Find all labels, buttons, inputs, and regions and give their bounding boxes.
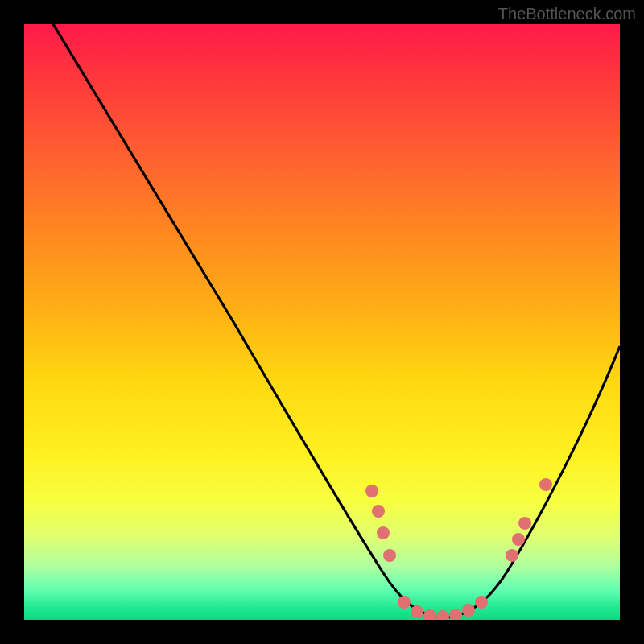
- bottleneck-curve: [48, 24, 620, 617]
- marker-dot: [423, 609, 436, 620]
- marker-group: [365, 478, 552, 620]
- chart-root: TheBottleneck.com: [0, 0, 644, 644]
- marker-dot: [539, 478, 552, 491]
- marker-dot: [449, 609, 462, 620]
- curve-layer: [24, 24, 620, 620]
- marker-dot: [372, 505, 385, 518]
- marker-dot: [518, 517, 531, 530]
- marker-dot: [506, 549, 518, 562]
- marker-dot: [365, 485, 378, 497]
- marker-dot: [512, 533, 525, 546]
- marker-dot: [383, 549, 396, 562]
- marker-dot: [377, 526, 390, 539]
- watermark-text: TheBottleneck.com: [498, 5, 636, 23]
- plot-area: [24, 24, 620, 620]
- marker-dot: [436, 610, 449, 620]
- marker-dot: [475, 596, 488, 609]
- marker-dot: [411, 605, 423, 618]
- marker-dot: [398, 596, 411, 609]
- marker-dot: [462, 604, 475, 617]
